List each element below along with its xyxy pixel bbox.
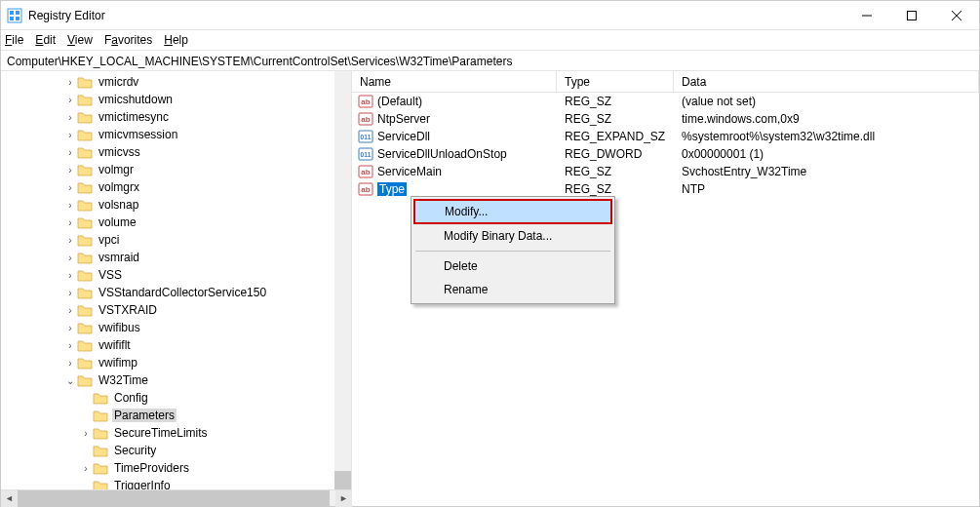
tree-item-timeproviders[interactable]: ›TimeProviders <box>1 459 351 477</box>
maximize-button[interactable] <box>889 1 934 30</box>
svg-rect-2 <box>16 11 20 15</box>
value-name: (Default) <box>377 95 422 108</box>
column-data[interactable]: Data <box>674 71 979 92</box>
value-row-default[interactable]: ab(Default)REG_SZ(value not set) <box>352 93 979 110</box>
expand-icon[interactable]: › <box>63 305 77 316</box>
tree-item-vmicshutdown[interactable]: ›vmicshutdown <box>1 91 351 108</box>
tree-item-security[interactable]: Security <box>1 442 351 459</box>
address-bar[interactable]: Computer\HKEY_LOCAL_MACHINE\SYSTEM\Curre… <box>1 50 979 71</box>
binary-value-icon: 011 <box>358 129 373 144</box>
tree-item-vwififlt[interactable]: ›vwififlt <box>1 336 351 354</box>
folder-icon <box>93 409 108 422</box>
value-data: (value not set) <box>674 95 979 108</box>
tree-item-label: vwififlt <box>97 338 133 352</box>
expand-icon[interactable]: › <box>63 253 77 263</box>
menu-file[interactable]: File <box>5 33 23 47</box>
binary-value-icon: 011 <box>358 146 373 162</box>
menu-favorites[interactable]: Favorites <box>104 33 152 47</box>
value-row-servicemain[interactable]: abServiceMainREG_SZSvchostEntry_W32Time <box>352 163 979 180</box>
expand-icon[interactable]: › <box>63 217 77 228</box>
menu-view[interactable]: View <box>67 33 93 47</box>
menu-edit[interactable]: Edit <box>35 33 56 47</box>
menu-modify[interactable]: Modify... <box>413 199 612 224</box>
value-row-ntpserver[interactable]: abNtpServerREG_SZtime.windows.com,0x9 <box>352 110 979 128</box>
tree-item-vss[interactable]: ›VSS <box>1 266 351 284</box>
value-row-servicedllunloadonstop[interactable]: 011ServiceDllUnloadOnStopREG_DWORD0x0000… <box>352 145 979 163</box>
menu-delete[interactable]: Delete <box>413 254 612 278</box>
expand-icon[interactable]: › <box>63 182 77 193</box>
tree-item-vmictimesync[interactable]: ›vmictimesync <box>1 108 351 126</box>
value-data: time.windows.com,0x9 <box>674 112 979 126</box>
tree-item-vmicvmsession[interactable]: ›vmicvmsession <box>1 126 351 143</box>
tree-item-vsmraid[interactable]: ›vsmraid <box>1 249 351 266</box>
expand-icon[interactable]: › <box>79 428 93 439</box>
scroll-thumb[interactable] <box>18 490 330 507</box>
column-name[interactable]: Name <box>352 71 557 92</box>
tree-pane[interactable]: ›vmicrdv›vmicshutdown›vmictimesync›vmicv… <box>1 71 352 506</box>
scroll-right-button[interactable]: ► <box>335 490 352 507</box>
value-row-servicedll[interactable]: 011ServiceDllREG_EXPAND_SZ%systemroot%\s… <box>352 128 979 145</box>
tree-item-securetimelimits[interactable]: ›SecureTimeLimits <box>1 424 351 442</box>
tree-item-vwifibus[interactable]: ›vwifibus <box>1 319 351 336</box>
tree-item-config[interactable]: Config <box>1 389 351 407</box>
minimize-button[interactable] <box>844 1 889 30</box>
expand-icon[interactable]: › <box>63 147 77 158</box>
expand-icon[interactable]: › <box>63 323 77 333</box>
tree-item-label: Parameters <box>112 409 176 422</box>
tree-item-parameters[interactable]: Parameters <box>1 407 351 424</box>
svg-text:011: 011 <box>361 134 372 140</box>
value-type: REG_SZ <box>557 95 674 108</box>
tree-item-vwifimp[interactable]: ›vwifimp <box>1 354 351 371</box>
tree-item-label: vmicrdv <box>97 75 140 89</box>
tree-item-vmicrdv[interactable]: ›vmicrdv <box>1 73 351 91</box>
value-name: NtpServer <box>377 112 430 126</box>
tree-item-label: vwifimp <box>97 356 139 370</box>
tree-horizontal-scrollbar[interactable]: ◄ ► <box>1 489 352 506</box>
expand-icon[interactable]: › <box>63 112 77 123</box>
tree-item-label: W32Time <box>97 373 150 387</box>
registry-editor-window: Registry Editor File Edit View Favorites… <box>0 0 980 507</box>
collapse-icon[interactable]: ⌄ <box>63 375 77 386</box>
tree-item-volsnap[interactable]: ›volsnap <box>1 196 351 214</box>
tree-item-volmgrx[interactable]: ›volmgrx <box>1 178 351 196</box>
folder-icon <box>77 373 93 387</box>
window-title: Registry Editor <box>28 9 844 22</box>
menubar: File Edit View Favorites Help <box>1 30 979 50</box>
tree-item-label: VSS <box>97 268 124 282</box>
list-header[interactable]: Name Type Data <box>352 71 979 93</box>
tree-item-vsstandardcollectorservice150[interactable]: ›VSStandardCollectorService150 <box>1 284 351 301</box>
folder-icon <box>77 215 93 229</box>
tree-item-volume[interactable]: ›volume <box>1 214 351 231</box>
expand-icon[interactable]: › <box>63 77 77 88</box>
expand-icon[interactable]: › <box>63 340 77 351</box>
folder-icon <box>77 198 93 212</box>
tree-item-label: vsmraid <box>97 251 141 264</box>
tree-item-vmicvss[interactable]: ›vmicvss <box>1 143 351 161</box>
expand-icon[interactable]: › <box>63 288 77 298</box>
menu-modify-binary[interactable]: Modify Binary Data... <box>413 224 612 248</box>
expand-icon[interactable]: › <box>63 200 77 211</box>
tree-item-vpci[interactable]: ›vpci <box>1 231 351 249</box>
close-button[interactable] <box>934 1 979 30</box>
expand-icon[interactable]: › <box>63 270 77 281</box>
svg-rect-4 <box>16 17 20 20</box>
tree-vertical-scrollbar[interactable] <box>334 71 351 506</box>
scroll-left-button[interactable]: ◄ <box>1 490 18 507</box>
expand-icon[interactable]: › <box>63 358 77 369</box>
menu-help[interactable]: Help <box>164 33 188 47</box>
column-type[interactable]: Type <box>557 71 674 92</box>
folder-icon <box>77 128 93 141</box>
menu-rename[interactable]: Rename <box>413 278 612 301</box>
expand-icon[interactable]: › <box>63 235 77 246</box>
expand-icon[interactable]: › <box>79 463 93 474</box>
tree-item-label: Config <box>112 391 150 405</box>
tree-item-volmgr[interactable]: ›volmgr <box>1 161 351 178</box>
expand-icon[interactable]: › <box>63 165 77 176</box>
tree-item-label: TimeProviders <box>112 461 191 475</box>
tree-item-w32time[interactable]: ⌄W32Time <box>1 371 351 389</box>
tree-item-label: VSTXRAID <box>97 303 159 317</box>
tree-item-vstxraid[interactable]: ›VSTXRAID <box>1 301 351 319</box>
expand-icon[interactable]: › <box>63 130 77 140</box>
expand-icon[interactable]: › <box>63 95 77 105</box>
folder-icon <box>77 93 93 106</box>
